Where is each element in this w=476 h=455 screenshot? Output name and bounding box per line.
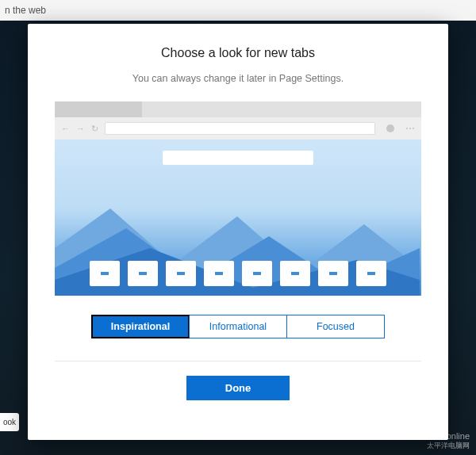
preview-addressbar	[105, 122, 375, 135]
preview-tiles	[55, 261, 421, 286]
preview-hero	[55, 140, 421, 296]
option-informational[interactable]: Informational	[189, 315, 286, 338]
option-inspirational[interactable]: Inspirational	[92, 315, 189, 338]
preview-tile	[204, 261, 234, 286]
preview-tile	[90, 261, 120, 286]
watermark-subtext: 太平洋电脑网	[427, 442, 470, 450]
preview-toolbar: ← → ↻ ⋯	[55, 117, 421, 140]
toolbar-text-fragment: n the web	[5, 5, 46, 16]
new-tab-look-dialog: Choose a look for new tabs You can alway…	[28, 24, 448, 440]
preview-tile	[166, 261, 196, 286]
more-icon: ⋯	[405, 123, 415, 134]
background-side-label: ook	[0, 413, 19, 431]
preview-searchbar	[163, 151, 313, 165]
preview-tile	[356, 261, 386, 286]
layout-options: Inspirational Informational Focused	[91, 315, 385, 338]
preview-tab	[55, 101, 142, 117]
done-button[interactable]: Done	[186, 376, 290, 400]
divider	[55, 361, 421, 361]
option-focused[interactable]: Focused	[286, 315, 384, 338]
back-icon: ←	[61, 124, 70, 133]
refresh-icon: ↻	[91, 124, 98, 134]
profile-icon	[386, 124, 394, 132]
preview-tabstrip	[55, 101, 421, 117]
background-toolbar: n the web	[0, 0, 476, 21]
preview-tile	[318, 261, 348, 286]
dialog-subtitle: You can always change it later in Page S…	[132, 73, 344, 84]
preview-tile	[128, 261, 158, 286]
forward-icon: →	[76, 124, 85, 133]
dialog-title: Choose a look for new tabs	[161, 46, 315, 60]
preview-tile	[242, 261, 272, 286]
preview-tile	[280, 261, 310, 286]
layout-preview: ← → ↻ ⋯	[55, 101, 421, 296]
